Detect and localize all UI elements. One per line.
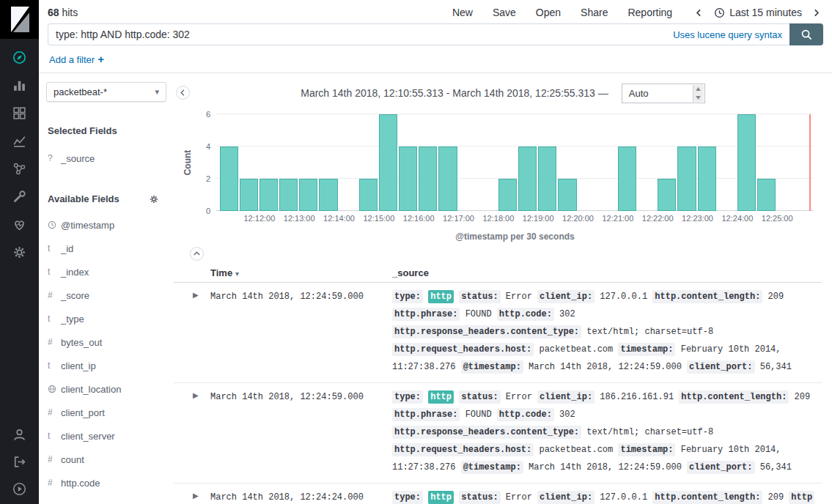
- histogram-bar[interactable]: [279, 179, 298, 211]
- lucene-syntax-link[interactable]: Uses lucene query syntax: [673, 29, 782, 40]
- nav-management-icon[interactable]: [12, 245, 27, 260]
- menu-item-save[interactable]: Save: [493, 7, 516, 18]
- selected-fields-list: ? _source: [39, 147, 174, 170]
- field-settings-gear-icon[interactable]: [149, 194, 159, 204]
- histogram-bar[interactable]: [498, 179, 517, 211]
- histogram-bar[interactable]: [518, 147, 537, 211]
- histogram-bar[interactable]: [419, 147, 437, 211]
- nav-logout-icon[interactable]: [12, 454, 27, 470]
- source-field-value: March 14th 2018, 12:24:59.000: [529, 462, 682, 472]
- source-field-value: 56,341: [760, 362, 792, 372]
- x-tick-label: 12:15:00: [363, 214, 394, 223]
- field-item-client_location[interactable]: client_location: [39, 377, 174, 401]
- time-step-back-button[interactable]: [694, 7, 704, 18]
- histogram-bar[interactable]: [379, 114, 397, 211]
- y-tick-label: 4: [206, 142, 210, 151]
- field-item-@timestamp[interactable]: @timestamp: [39, 213, 174, 237]
- field-item-_source[interactable]: ? _source: [39, 147, 174, 170]
- documents-table: Time▾ _source ▶March 14th 2018, 12:24:59…: [174, 263, 832, 504]
- histogram-bar[interactable]: [757, 179, 776, 211]
- field-type-glyph: #: [48, 478, 61, 488]
- histogram-bar[interactable]: [658, 179, 676, 211]
- source-field-name: client_ip:: [537, 491, 594, 504]
- nav-monitoring-icon[interactable]: [12, 217, 27, 232]
- timepicker-button[interactable]: Last 15 minutes: [714, 7, 802, 18]
- nav-timelion-icon[interactable]: [12, 133, 27, 149]
- histogram-bar[interactable]: [319, 179, 337, 211]
- histogram-bar[interactable]: [359, 179, 378, 211]
- kibana-discover-app: 68 hits New Save Open Share Reporting La…: [0, 0, 832, 504]
- field-item-client_ip[interactable]: tclient_ip: [39, 354, 174, 377]
- field-item-_id[interactable]: t_id: [39, 237, 174, 260]
- x-axis-ticks: 12:12:0012:13:0012:14:0012:15:0012:16:00…: [216, 214, 814, 225]
- search-input[interactable]: [56, 29, 664, 40]
- source-field-name: http.response_headers.content_type:: [392, 325, 581, 338]
- histogram-bar[interactable]: [438, 147, 457, 211]
- nav-dashboard-icon[interactable]: [12, 105, 27, 121]
- search-icon: [800, 29, 813, 41]
- field-item-_score[interactable]: #_score: [39, 284, 174, 307]
- histogram-bar[interactable]: [538, 147, 556, 211]
- collapse-histogram-button[interactable]: [190, 247, 204, 261]
- expand-caret-icon[interactable]: ▶: [174, 489, 210, 504]
- menu-item-share[interactable]: Share: [581, 7, 608, 18]
- histogram-bar[interactable]: [737, 114, 756, 211]
- field-item-_type[interactable]: t_type: [39, 307, 174, 330]
- field-item-http.code[interactable]: #http.code: [39, 471, 174, 494]
- field-name: _source: [61, 153, 95, 164]
- nav-machine-learning-icon[interactable]: [12, 161, 27, 177]
- histogram-bar[interactable]: [677, 147, 696, 211]
- chevron-down-icon: ▾: [155, 87, 159, 97]
- nav-visualize-icon[interactable]: [12, 78, 27, 93]
- caret-down-icon: [696, 96, 701, 100]
- available-fields-title: Available Fields: [48, 193, 119, 204]
- menu-item-reporting[interactable]: Reporting: [627, 7, 672, 18]
- histogram-bar[interactable]: [259, 179, 278, 211]
- nav-collapse-nav-icon[interactable]: [12, 481, 27, 497]
- time-step-forward-button[interactable]: [811, 7, 822, 18]
- column-header-source: _source: [386, 267, 822, 278]
- source-field-name: client_ip:: [537, 390, 594, 404]
- globe-icon: [48, 385, 61, 393]
- search-button[interactable]: [789, 23, 823, 45]
- kibana-logo[interactable]: [0, 0, 39, 39]
- histogram-bar[interactable]: [220, 147, 238, 211]
- x-tick-label: 12:24:00: [721, 214, 753, 223]
- nav-dev-tools-icon[interactable]: [12, 189, 27, 204]
- field-name: client_server: [61, 431, 115, 442]
- add-filter-button[interactable]: Add a filter+: [49, 53, 104, 65]
- sort-desc-icon: ▾: [235, 270, 239, 278]
- y-tick-label: 0: [206, 207, 210, 215]
- histogram-bar[interactable]: [558, 179, 576, 211]
- x-tick-label: 12:22:00: [642, 214, 674, 223]
- histogram-bar[interactable]: [240, 179, 258, 211]
- chevron-up-icon: [193, 250, 201, 258]
- field-item-count[interactable]: #count: [39, 448, 174, 471]
- clock-icon: [48, 220, 61, 229]
- menu-item-new[interactable]: New: [452, 7, 473, 18]
- source-field-value: http: [428, 491, 454, 504]
- column-header-time[interactable]: Time▾: [210, 267, 386, 278]
- index-pattern-selector[interactable]: packetbeat-* ▾: [46, 82, 166, 102]
- menu-item-open[interactable]: Open: [536, 7, 561, 18]
- histogram-bar[interactable]: [399, 147, 417, 211]
- field-item-client_port[interactable]: #client_port: [39, 401, 174, 424]
- nav-user-icon[interactable]: [12, 427, 27, 442]
- histogram-bar[interactable]: [618, 147, 636, 211]
- interval-select[interactable]: Auto: [622, 84, 705, 103]
- expand-caret-icon[interactable]: ▶: [174, 288, 210, 376]
- histogram-bar[interactable]: [299, 179, 317, 211]
- source-field-name: type:: [392, 390, 423, 404]
- nav-bottom-icons: [12, 427, 27, 497]
- nav-discover-icon[interactable]: [12, 50, 27, 65]
- collapse-sidebar-button[interactable]: [176, 86, 190, 100]
- field-item-bytes_out[interactable]: #bytes_out: [39, 330, 174, 354]
- field-name: _type: [61, 314, 84, 325]
- field-item-_index[interactable]: t_index: [39, 260, 174, 284]
- global-nav: [0, 0, 39, 504]
- doc-row-source: type: http status: Error client_ip: 186.…: [386, 388, 822, 476]
- expand-caret-icon[interactable]: ▶: [174, 388, 210, 476]
- field-item-client_server[interactable]: tclient_server: [39, 424, 174, 448]
- histogram-bar[interactable]: [698, 147, 716, 211]
- source-field-name: http.code:: [497, 408, 554, 421]
